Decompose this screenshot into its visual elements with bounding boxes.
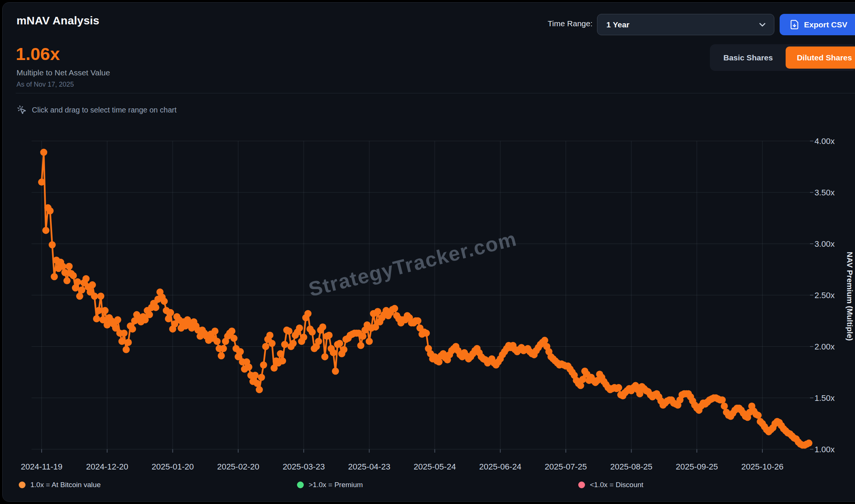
header-divider bbox=[16, 93, 855, 93]
y-tick-label: 1.50x bbox=[814, 393, 835, 403]
x-tick-label: 2025-03-23 bbox=[283, 462, 325, 471]
y-tick-label: 3.50x bbox=[814, 188, 835, 197]
legend-label: 1.0x = At Bitcoin value bbox=[30, 481, 100, 489]
legend-label: <1.0x = Discount bbox=[590, 481, 644, 489]
y-tick-label: 2.50x bbox=[814, 291, 835, 300]
mnav-metric-asof: As of Nov 17, 2025 bbox=[16, 81, 74, 88]
x-tick-label: 2025-07-25 bbox=[545, 462, 587, 471]
export-csv-button[interactable]: Export CSV bbox=[780, 14, 855, 35]
file-download-icon bbox=[789, 20, 800, 30]
mnav-metric-label: Multiple to Net Asset Value bbox=[16, 68, 110, 77]
x-tick-label: 2025-02-20 bbox=[217, 462, 260, 471]
y-tick-label: 2.00x bbox=[814, 342, 835, 351]
x-tick-label: 2025-09-25 bbox=[676, 462, 718, 471]
export-csv-label: Export CSV bbox=[804, 20, 848, 29]
legend-dot-green bbox=[297, 482, 304, 488]
legend-dot-red bbox=[578, 482, 585, 488]
page-title: mNAV Analysis bbox=[16, 14, 99, 27]
time-range-value: 1 Year bbox=[606, 20, 630, 29]
x-tick-label: 2024-11-19 bbox=[21, 462, 63, 471]
legend-dot-orange bbox=[19, 482, 26, 488]
basic-shares-button[interactable]: Basic Shares bbox=[712, 46, 784, 69]
y-tick-label: 3.00x bbox=[814, 239, 835, 249]
chevron-down-icon bbox=[758, 20, 767, 30]
legend-item-premium: >1.0x = Premium bbox=[297, 480, 363, 489]
chart-hint: Click and drag to select time range on c… bbox=[17, 105, 177, 115]
mnav-metric-value: 1.06x bbox=[16, 44, 60, 64]
mnav-chart: 4.00x3.50x3.00x2.50x2.00x1.50x1.00x2024-… bbox=[0, 0, 855, 504]
x-tick-label: 2024-12-20 bbox=[86, 462, 128, 471]
y-tick-label: 4.00x bbox=[814, 136, 835, 146]
time-range-label: Time Range: bbox=[488, 19, 592, 28]
x-tick-label: 2025-06-24 bbox=[479, 462, 522, 471]
diluted-shares-button[interactable]: Diluted Shares bbox=[786, 46, 855, 69]
chart-hint-text: Click and drag to select time range on c… bbox=[32, 106, 177, 114]
time-range-select[interactable]: 1 Year bbox=[597, 14, 774, 35]
legend-item-at-value: 1.0x = At Bitcoin value bbox=[19, 480, 100, 489]
chart-plot-area[interactable] bbox=[32, 141, 810, 449]
y-tick-label: 1.00x bbox=[814, 445, 835, 454]
x-tick-label: 2025-10-26 bbox=[741, 462, 784, 471]
y-axis-title: NAV Premium (Multiple) bbox=[846, 252, 854, 341]
x-tick-label: 2025-01-20 bbox=[152, 462, 194, 471]
x-tick-label: 2025-04-23 bbox=[348, 462, 390, 471]
x-tick-label: 2025-08-25 bbox=[610, 462, 652, 471]
legend-label: >1.0x = Premium bbox=[309, 481, 363, 489]
legend-item-discount: <1.0x = Discount bbox=[578, 480, 644, 489]
share-mode-toggle: Basic Shares Diluted Shares bbox=[710, 44, 855, 71]
x-tick-label: 2025-05-24 bbox=[414, 462, 456, 471]
mouse-pointer-click-icon bbox=[17, 105, 27, 115]
